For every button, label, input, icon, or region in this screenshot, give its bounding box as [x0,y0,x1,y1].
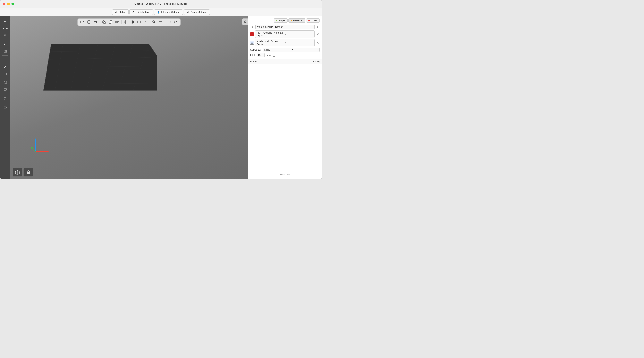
settings-icon[interactable] [250,25,254,29]
viewport-canvas[interactable] [10,16,248,179]
printer-profile-gear[interactable] [316,25,320,29]
infill-select[interactable]: 18 ▼ [256,53,264,57]
svg-line-36 [50,57,151,59]
copy-button[interactable] [108,19,114,25]
nav-right-button[interactable]: ▶ [5,25,8,32]
svg-rect-17 [110,21,112,23]
print-bed [20,28,157,110]
supports-dropdown[interactable]: None ▼ [263,48,320,52]
object-list-editing-header: Editing [312,60,320,63]
layers-preview-button[interactable] [24,168,33,177]
left-toolbar: ▲ ◀ ▶ ▼ [0,16,10,179]
supports-dropdown-arrow: ▼ [291,48,318,51]
object-list-header: Name Editing [248,59,322,64]
advanced-mode-button[interactable]: Advanced [288,18,306,23]
vt-separator-2 [121,20,122,24]
toolbar-separator-3 [2,78,8,78]
object-list: Name Editing [248,59,322,170]
svg-marker-43 [34,138,36,140]
filament-profile-gear[interactable] [316,32,320,36]
print-settings-icon: ⚙ [132,10,135,14]
printer-connection-dropdown[interactable]: aquila.local * Voxelab Aquila ▼ [255,39,314,46]
rotate-button[interactable] [1,57,9,63]
paint-button[interactable] [1,95,9,102]
filament-color-swatch[interactable] [250,32,254,36]
layers-view-button[interactable] [158,19,164,25]
printer-profile-row: Voxelab Aquila - Default ▼ [250,24,320,29]
move-up-button[interactable]: ▲ [1,18,9,24]
cut-button[interactable] [1,71,9,77]
svg-line-31 [86,44,98,91]
collapse-panel-button[interactable] [242,18,248,25]
infill-row: Infill: 18 ▼ Brim: [250,53,320,57]
tab-filament-settings[interactable]: 🧵 Filament Settings [154,9,183,15]
box-button[interactable] [1,79,9,86]
svg-point-52 [317,42,318,43]
delete-all-button[interactable] [101,19,107,25]
printer-connection-gear[interactable] [316,41,320,45]
slice-now-button[interactable]: Slice now [276,172,294,177]
svg-line-33 [118,44,133,91]
select-button[interactable] [1,41,9,47]
vt-separator-4 [165,20,165,24]
maximize-button[interactable] [11,2,14,5]
redo-button[interactable] [172,19,179,25]
viewport-area: ▲ ◀ ▶ ▼ [0,16,248,179]
svg-point-27 [152,21,154,23]
titlebar: *Untitled - SuperSlicer_2.4 based on Pru… [0,0,322,8]
svg-point-8 [4,99,5,100]
right-panel: Simple Advanced Expert [248,16,322,179]
svg-marker-28 [44,44,157,91]
undo-button[interactable] [166,19,172,25]
main-window: *Untitled - SuperSlicer_2.4 based on Pru… [0,0,322,179]
nav-left-button[interactable]: ◀ [2,25,5,32]
3d-view-button[interactable] [12,168,22,177]
svg-point-23 [132,21,133,23]
simple-mode-button[interactable]: Simple [274,18,288,23]
filament-profile-dropdown[interactable]: PLA - Generic - Voxelab Aquila ▼ [255,30,314,38]
split-button[interactable] [136,19,142,25]
svg-rect-6 [4,89,6,91]
printer-connection-icon [250,41,254,44]
svg-marker-40 [44,44,157,91]
box2-button[interactable] [1,86,9,93]
svg-point-49 [317,26,318,27]
minimize-button[interactable] [7,2,10,5]
printer-dropdown-arrow: ▼ [285,26,313,28]
search-button[interactable] [151,19,157,25]
brim-checkbox[interactable] [272,54,275,57]
close-button[interactable] [3,2,6,5]
arrange-button[interactable] [86,19,92,25]
svg-line-39 [45,83,157,84]
expert-mode-button[interactable]: Expert [306,18,320,23]
printer-profile-dropdown[interactable]: Voxelab Aquila - Default ▼ [255,24,314,29]
right-panel-top: Simple Advanced Expert [248,16,322,59]
add-object-button[interactable] [79,19,86,25]
svg-rect-12 [88,22,89,23]
viewport-bottom-buttons [12,168,33,177]
window-title: *Untitled - SuperSlicer_2.4 based on Pru… [134,2,188,5]
tab-print-settings[interactable]: ⚙ Print Settings [129,9,153,15]
support-enforcers-button[interactable] [129,19,136,25]
svg-rect-5 [4,81,6,83]
instances-button[interactable] [114,19,120,25]
svg-point-41 [35,151,36,152]
add-shape-button[interactable] [122,19,129,25]
select-rect-button[interactable] [1,48,9,54]
tab-platter[interactable]: 🖨 Platter [112,9,128,15]
cube-button[interactable] [1,104,9,111]
delete-button[interactable] [92,19,99,25]
move-down-button[interactable]: ▼ [1,32,9,39]
merge-button[interactable] [142,19,149,25]
tab-bar: 🖨 Platter ⚙ Print Settings 🧵 Filament Se… [0,8,322,16]
svg-line-46 [32,148,36,152]
infill-label: Infill: [250,54,255,57]
svg-marker-45 [47,151,49,153]
axis-arrows [30,136,53,159]
scale-button[interactable] [1,64,9,70]
mode-buttons: Simple Advanced Expert [250,18,320,23]
svg-line-34 [133,44,149,91]
filament-settings-icon: 🧵 [157,10,160,14]
tab-printer-settings[interactable]: 🖨 Printer Settings [184,9,210,15]
svg-rect-13 [89,22,90,23]
